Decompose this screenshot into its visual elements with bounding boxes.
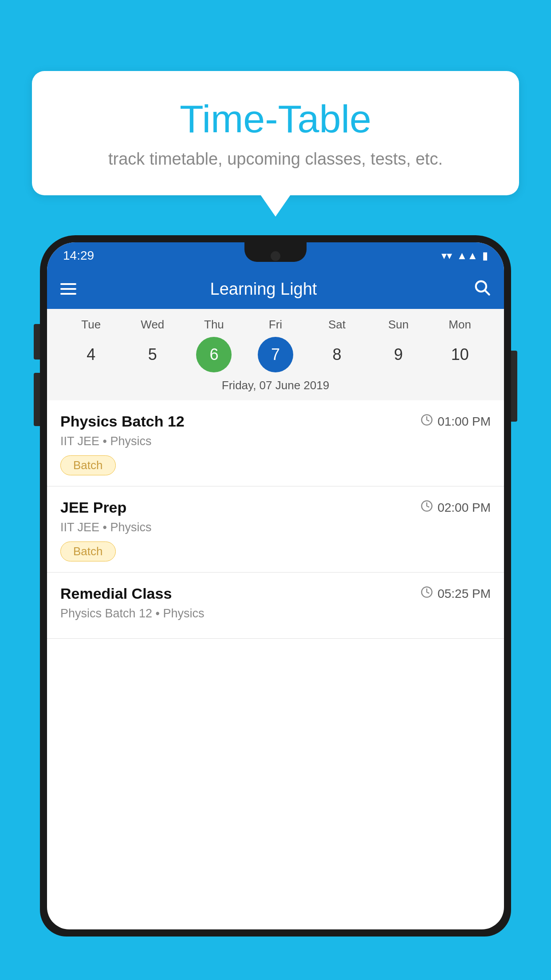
schedule-name-3: Remedial Class (60, 585, 172, 602)
hamburger-menu[interactable] (60, 283, 76, 295)
phone-mockup: 14:29 ▾▾ ▲▲ ▮ Learning Light (40, 235, 511, 980)
clock-icon-2 (421, 500, 433, 515)
search-icon[interactable] (473, 278, 491, 300)
speech-bubble-container: Time-Table track timetable, upcoming cla… (32, 71, 519, 195)
day-10[interactable]: 10 (442, 337, 478, 372)
batch-badge-1: Batch (60, 455, 116, 475)
schedule-time-value-3: 05:25 PM (437, 587, 491, 601)
day-label-fri: Fri (258, 318, 293, 332)
schedule-row1-item3: Remedial Class 05:25 PM (60, 585, 491, 602)
day-label-wed: Wed (135, 318, 170, 332)
schedule-item-2[interactable]: JEE Prep 02:00 PM IIT JEE • Physics (47, 486, 504, 573)
day-6-today[interactable]: 6 (196, 337, 232, 372)
calendar-header: Tue Wed Thu Fri Sat Sun Mon 4 5 6 7 8 9 … (47, 309, 504, 400)
bubble-subtitle: track timetable, upcoming classes, tests… (50, 150, 501, 169)
schedule-item-3[interactable]: Remedial Class 05:25 PM Physics Batch (47, 573, 504, 639)
phone-notch (244, 242, 307, 262)
app-title: Learning Light (87, 280, 440, 299)
clock-icon-1 (421, 414, 433, 429)
day-8[interactable]: 8 (319, 337, 355, 372)
schedule-detail-2: IIT JEE • Physics (60, 521, 491, 534)
day-labels: Tue Wed Thu Fri Sat Sun Mon (60, 318, 491, 332)
batch-badge-2: Batch (60, 541, 116, 561)
schedule-time-3: 05:25 PM (421, 586, 491, 601)
svg-line-1 (485, 290, 489, 294)
day-9[interactable]: 9 (381, 337, 416, 372)
day-5[interactable]: 5 (135, 337, 170, 372)
day-label-sun: Sun (381, 318, 416, 332)
schedule-time-1: 01:00 PM (421, 414, 491, 429)
wifi-icon: ▾▾ (441, 249, 452, 262)
schedule-time-value-2: 02:00 PM (437, 501, 491, 515)
schedule-time-value-1: 01:00 PM (437, 415, 491, 429)
phone-camera (271, 251, 280, 261)
day-label-tue: Tue (73, 318, 109, 332)
schedule-detail-1: IIT JEE • Physics (60, 435, 491, 448)
schedule-row1-item2: JEE Prep 02:00 PM (60, 499, 491, 516)
day-numbers: 4 5 6 7 8 9 10 (60, 337, 491, 372)
day-label-sat: Sat (319, 318, 355, 332)
signal-icon: ▲▲ (457, 249, 478, 262)
phone-button-right (511, 351, 517, 422)
speech-bubble: Time-Table track timetable, upcoming cla… (32, 71, 519, 195)
phone-screen: 14:29 ▾▾ ▲▲ ▮ Learning Light (47, 242, 504, 929)
day-7-selected[interactable]: 7 (258, 337, 293, 372)
bubble-title: Time-Table (50, 98, 501, 141)
schedule-detail-3: Physics Batch 12 • Physics (60, 607, 491, 620)
status-time: 14:29 (63, 249, 94, 263)
day-label-mon: Mon (442, 318, 478, 332)
schedule-name-2: JEE Prep (60, 499, 126, 516)
clock-icon-3 (421, 586, 433, 601)
selected-date: Friday, 07 June 2019 (60, 379, 491, 396)
status-icons: ▾▾ ▲▲ ▮ (441, 249, 488, 262)
app-bar: Learning Light (47, 269, 504, 309)
day-label-thu: Thu (196, 318, 232, 332)
schedule-name-1: Physics Batch 12 (60, 413, 185, 430)
schedule-list: Physics Batch 12 01:00 PM IIT JEE • P (47, 400, 504, 639)
schedule-time-2: 02:00 PM (421, 500, 491, 515)
phone-button-left2 (34, 373, 40, 426)
day-4[interactable]: 4 (73, 337, 109, 372)
phone-outer: 14:29 ▾▾ ▲▲ ▮ Learning Light (40, 235, 511, 937)
schedule-row1-item1: Physics Batch 12 01:00 PM (60, 413, 491, 430)
battery-icon: ▮ (482, 249, 488, 262)
phone-button-left (34, 324, 40, 360)
schedule-item-1[interactable]: Physics Batch 12 01:00 PM IIT JEE • P (47, 400, 504, 486)
